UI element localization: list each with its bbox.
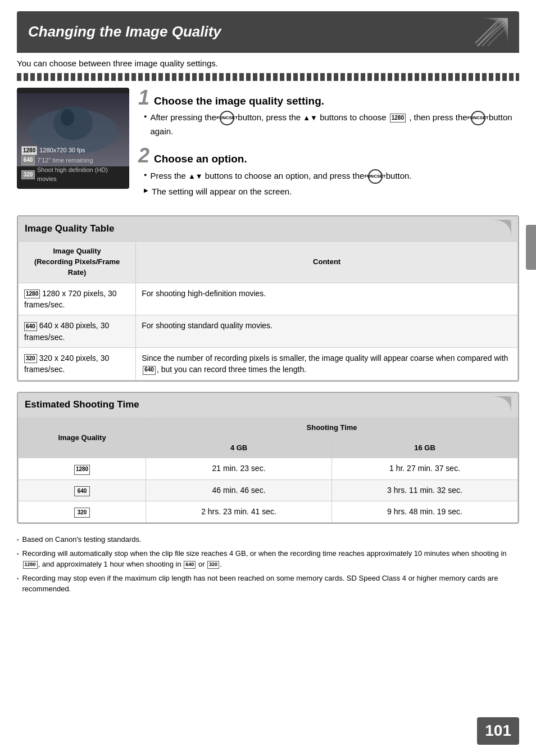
step-1-header: 1 Choose the image quality setting.	[138, 88, 519, 109]
shooting-time-section-title: Estimated Shooting Time	[25, 398, 139, 412]
iq-quality-cell: 640640 x 480 pixels, 30 frames/sec.	[19, 315, 136, 348]
iq-table-header-row: Image Quality(Recording Pixels/Frame Rat…	[19, 242, 518, 283]
iq-content-cell: Since the number of recording pixels is …	[136, 348, 518, 381]
section-corner-graphic-2	[489, 396, 511, 414]
iq-quality-cell: 320320 x 240 pixels, 30 frames/sec.	[19, 348, 136, 381]
note-text: Recording will automatically stop when t…	[22, 548, 519, 570]
time-remaining: 7'12" time remaining	[37, 156, 93, 165]
note-item: •Recording will automatically stop when …	[17, 548, 519, 570]
screen-labels: 1280 1280x720 30 fps 640 7'12" time rema…	[21, 146, 125, 184]
iq-table-row: 12801280 x 720 pixels, 30 frames/sec.For…	[19, 283, 518, 315]
note-dot: •	[17, 550, 19, 558]
note-dot: •	[17, 536, 19, 544]
step-1: 1 Choose the image quality setting. Afte…	[138, 88, 519, 138]
st-4gb-cell: 2 hrs. 23 min. 41 sec.	[146, 501, 332, 522]
arrow-ud-1: ▲▼	[303, 114, 317, 122]
step-2-arrow-1-text: The setting will appear on the screen.	[152, 185, 292, 198]
section-corner-graphic	[489, 220, 511, 238]
note-item: •Based on Canon's testing standards.	[17, 534, 519, 545]
st-4gb-cell: 21 min. 23 sec.	[146, 458, 332, 479]
step-2-body: Press the ▲▼ buttons to choose an option…	[138, 169, 519, 198]
notes-section: •Based on Canon's testing standards.•Rec…	[17, 534, 519, 595]
shooting-time-section-header: Estimated Shooting Time	[18, 393, 518, 418]
iq-col2-header: Content	[136, 242, 518, 283]
image-quality-table: Image Quality(Recording Pixels/Frame Rat…	[18, 241, 518, 380]
badge-320: 320	[21, 170, 35, 180]
steps-content: 1 Choose the image quality setting. Afte…	[138, 88, 519, 206]
iq-table-row: 320320 x 240 pixels, 30 frames/sec.Since…	[19, 348, 518, 381]
image-quality-section-header: Image Quality Table	[18, 216, 518, 241]
st-iq-cell: 1280	[19, 458, 146, 479]
iq-content-cell: For shooting high-definition movies.	[136, 283, 518, 315]
note-text: Based on Canon's testing standards.	[22, 534, 142, 545]
svg-point-2	[61, 109, 74, 126]
st-col-4gb-header: 4 GB	[146, 438, 332, 458]
page-title: Changing the Image Quality	[28, 21, 221, 43]
st-table-row: 128021 min. 23 sec.1 hr. 27 min. 37 sec.	[19, 458, 518, 479]
page-number: 101	[477, 717, 519, 745]
screen-row-3: 320 Shoot high definition (HD) movies	[21, 166, 125, 184]
image-quality-table-section: Image Quality Table Image Quality(Record…	[17, 215, 519, 381]
func-btn-3: FUNCSET	[368, 169, 383, 184]
st-header-row-1: Image Quality Shooting Time	[19, 418, 518, 438]
st-iq-cell: 640	[19, 479, 146, 501]
res-1280-text: 1280x720 30 fps	[39, 146, 85, 155]
badge-640: 640	[21, 156, 35, 165]
screen-row-2: 640 7'12" time remaining	[21, 156, 125, 165]
camera-image: 1280 1280x720 30 fps 640 7'12" time rema…	[17, 88, 129, 189]
st-table-row: 64046 min. 46 sec.3 hrs. 11 min. 32 sec.	[19, 479, 518, 501]
page-subtitle: You can choose between three image quali…	[17, 57, 519, 70]
st-16gb-cell: 3 hrs. 11 min. 32 sec.	[332, 479, 518, 501]
st-16gb-cell: 9 hrs. 48 min. 19 sec.	[332, 501, 518, 522]
step-2-bullet-1: Press the ▲▼ buttons to choose an option…	[144, 169, 519, 184]
iq-quality-cell: 12801280 x 720 pixels, 30 frames/sec.	[19, 283, 136, 315]
st-iq-cell: 320	[19, 501, 146, 522]
func-btn-1: FUNCSET	[220, 111, 234, 125]
svg-point-1	[53, 106, 93, 140]
st-16gb-cell: 1 hr. 27 min. 37 sec.	[332, 458, 518, 479]
arrow-ud-2: ▲▼	[188, 171, 203, 180]
res-badge-1280-inline: 1280	[390, 114, 406, 123]
corner-graphic	[474, 18, 508, 46]
step-1-title: Choose the image quality setting.	[154, 93, 324, 109]
step-2-header: 2 Choose an option.	[138, 146, 519, 167]
st-col-16gb-header: 16 GB	[332, 438, 518, 458]
iq-col1-header: Image Quality(Recording Pixels/Frame Rat…	[19, 242, 136, 283]
step-2-title: Choose an option.	[154, 151, 247, 167]
shooting-time-section: Estimated Shooting Time Image Quality Sh…	[17, 392, 519, 524]
st-4gb-cell: 46 min. 46 sec.	[146, 479, 332, 501]
st-table-row: 3202 hrs. 23 min. 41 sec.9 hrs. 48 min. …	[19, 501, 518, 522]
shooting-time-table: Image Quality Shooting Time 4 GB 16 GB 1…	[18, 418, 518, 523]
func-btn-2: FUNCSET	[471, 111, 485, 125]
note-dot: •	[17, 574, 19, 583]
st-col-iq-header: Image Quality	[19, 418, 146, 458]
step-1-body: After pressing the FUNCSET button, press…	[138, 111, 519, 138]
step-1-bullet-1-text: After pressing the FUNCSET button, press…	[150, 111, 519, 138]
screen-row-1: 1280 1280x720 30 fps	[21, 146, 125, 156]
step-2: 2 Choose an option. Press the ▲▼ buttons…	[138, 146, 519, 197]
note-item: •Recording may stop even if the maximum …	[17, 573, 519, 595]
step-2-arrow-1: The setting will appear on the screen.	[144, 185, 519, 198]
step-1-number: 1	[138, 88, 149, 108]
steps-area: 1280 1280x720 30 fps 640 7'12" time rema…	[17, 88, 519, 206]
step-2-number: 2	[138, 146, 149, 166]
iq-table-row: 640640 x 480 pixels, 30 frames/sec.For s…	[19, 315, 518, 348]
step-1-bullet-1: After pressing the FUNCSET button, press…	[144, 111, 519, 138]
hd-text: Shoot high definition (HD) movies	[37, 166, 125, 184]
stripe-divider	[17, 73, 519, 81]
st-col-time-header: Shooting Time	[146, 418, 518, 438]
iq-content-cell: For shooting standard quality movies.	[136, 315, 518, 348]
image-quality-section-title: Image Quality Table	[25, 222, 114, 236]
step-2-bullet-1-text: Press the ▲▼ buttons to choose an option…	[150, 169, 411, 184]
note-text: Recording may stop even if the maximum c…	[22, 573, 519, 595]
sidebar-tab	[526, 225, 536, 270]
title-bar: Changing the Image Quality	[17, 11, 519, 53]
badge-1280: 1280	[21, 146, 37, 156]
